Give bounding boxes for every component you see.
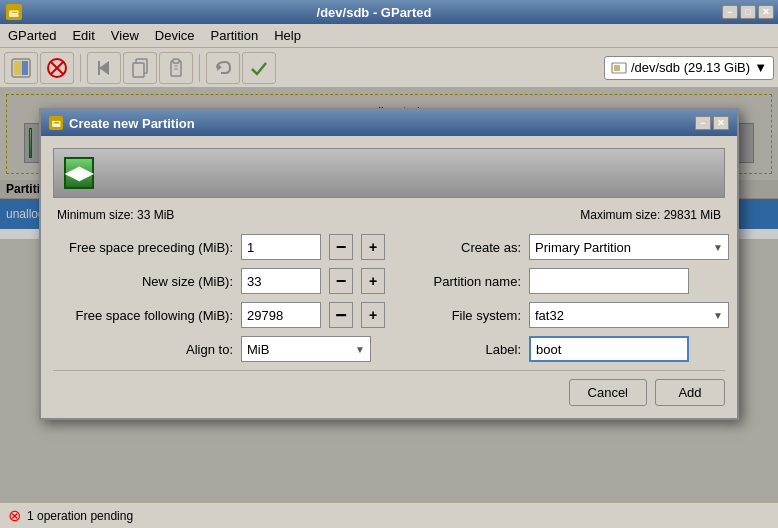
free-space-preceding-row: Free space preceding (MiB): − + xyxy=(53,234,385,260)
dialog-overlay: 🖴 Create new Partition − ✕ ◀▶ xyxy=(0,88,778,502)
app-icon: 🖴 xyxy=(6,4,22,20)
file-system-value: fat32 xyxy=(535,308,564,323)
free-space-preceding-input[interactable] xyxy=(241,234,321,260)
file-system-row: File system: fat32 ▼ xyxy=(401,302,729,328)
free-space-preceding-increment[interactable]: + xyxy=(361,234,385,260)
create-as-label: Create as: xyxy=(401,240,521,255)
dialog-body: ◀▶ Minimum size: 33 MiB Maximum size: 29… xyxy=(41,136,737,418)
toolbar-sep-1 xyxy=(80,54,81,82)
status-bar: ⊗ 1 operation pending xyxy=(0,502,778,528)
cancel-button[interactable]: Cancel xyxy=(569,379,647,406)
dialog-controls: − ✕ xyxy=(695,116,729,130)
align-to-label: Align to: xyxy=(53,342,233,357)
svg-marker-6 xyxy=(99,61,109,75)
paste-toolbar-btn[interactable] xyxy=(159,52,193,84)
size-info: Minimum size: 33 MiB Maximum size: 29831… xyxy=(53,208,725,222)
title-bar-controls: − □ ✕ xyxy=(722,5,778,19)
label-row: Label: xyxy=(401,336,729,362)
content-area: unallocated Partition Type Size unalloca… xyxy=(0,88,778,502)
left-form-col: Free space preceding (MiB): − + New size… xyxy=(53,234,385,362)
menu-edit[interactable]: Edit xyxy=(64,26,102,45)
svg-rect-9 xyxy=(133,63,144,77)
free-space-following-input[interactable] xyxy=(241,302,321,328)
menu-device[interactable]: Device xyxy=(147,26,203,45)
label-label: Label: xyxy=(401,342,521,357)
apply-toolbar-btn[interactable] xyxy=(242,52,276,84)
label-input[interactable] xyxy=(529,336,689,362)
status-error-icon: ⊗ xyxy=(8,506,21,525)
dialog-icon: 🖴 xyxy=(49,116,63,130)
menu-gparted[interactable]: GParted xyxy=(0,26,64,45)
undo-toolbar-btn[interactable] xyxy=(206,52,240,84)
new-size-row: New size (MiB): − + xyxy=(53,268,385,294)
status-text: 1 operation pending xyxy=(27,509,133,523)
close-button[interactable]: ✕ xyxy=(758,5,774,19)
toolbar: /dev/sdb (29.13 GiB) ▼ xyxy=(0,48,778,88)
dialog-footer: Cancel Add xyxy=(53,370,725,406)
free-space-following-label: Free space following (MiB): xyxy=(53,308,233,323)
new-partition-toolbar-btn[interactable] xyxy=(4,52,38,84)
maximize-button[interactable]: □ xyxy=(740,5,756,19)
create-as-row: Create as: Primary Partition ▼ xyxy=(401,234,729,260)
free-space-preceding-decrement[interactable]: − xyxy=(329,234,353,260)
align-to-row: Align to: MiB ▼ xyxy=(53,336,385,362)
title-bar-left: 🖴 xyxy=(0,4,26,20)
form-grid: Free space preceding (MiB): − + New size… xyxy=(53,234,725,362)
file-system-select[interactable]: fat32 ▼ xyxy=(529,302,729,328)
window-title: /dev/sdb - GParted xyxy=(26,5,722,20)
dialog-partition-visual: ◀▶ xyxy=(53,148,725,198)
align-to-arrow: ▼ xyxy=(355,344,365,355)
svg-rect-11 xyxy=(173,59,179,63)
file-system-label: File system: xyxy=(401,308,521,323)
partition-handle[interactable]: ◀▶ xyxy=(64,157,94,189)
partition-name-input[interactable] xyxy=(529,268,689,294)
create-as-value: Primary Partition xyxy=(535,240,631,255)
device-selector[interactable]: /dev/sdb (29.13 GiB) ▼ xyxy=(604,56,774,80)
align-to-select[interactable]: MiB ▼ xyxy=(241,336,371,362)
max-size-label: Maximum size: 29831 MiB xyxy=(580,208,721,222)
title-bar: 🖴 /dev/sdb - GParted − □ ✕ xyxy=(0,0,778,24)
create-partition-dialog: 🖴 Create new Partition − ✕ ◀▶ xyxy=(39,108,739,420)
svg-rect-1 xyxy=(14,61,22,75)
free-space-following-row: Free space following (MiB): − + xyxy=(53,302,385,328)
add-button[interactable]: Add xyxy=(655,379,725,406)
create-as-arrow: ▼ xyxy=(713,242,723,253)
menu-partition[interactable]: Partition xyxy=(203,26,267,45)
dialog-close-btn[interactable]: ✕ xyxy=(713,116,729,130)
prev-toolbar-btn[interactable] xyxy=(87,52,121,84)
minimize-button[interactable]: − xyxy=(722,5,738,19)
svg-rect-2 xyxy=(22,61,28,75)
new-size-decrement[interactable]: − xyxy=(329,268,353,294)
device-dropdown-arrow: ▼ xyxy=(754,60,767,75)
delete-toolbar-btn[interactable] xyxy=(40,52,74,84)
svg-rect-7 xyxy=(98,61,100,75)
partition-name-label: Partition name: xyxy=(401,274,521,289)
svg-marker-14 xyxy=(217,64,222,71)
menu-bar: GParted Edit View Device Partition Help xyxy=(0,24,778,48)
new-size-label: New size (MiB): xyxy=(53,274,233,289)
free-space-following-increment[interactable]: + xyxy=(361,302,385,328)
handle-arrows: ◀▶ xyxy=(65,162,93,184)
device-label: /dev/sdb (29.13 GiB) xyxy=(631,60,750,75)
min-size-label: Minimum size: 33 MiB xyxy=(57,208,174,222)
create-as-select[interactable]: Primary Partition ▼ xyxy=(529,234,729,260)
dialog-title-left: 🖴 Create new Partition xyxy=(49,116,195,131)
right-form-col: Create as: Primary Partition ▼ Partition… xyxy=(401,234,729,362)
new-size-increment[interactable]: + xyxy=(361,268,385,294)
menu-help[interactable]: Help xyxy=(266,26,309,45)
dialog-minimize-btn[interactable]: − xyxy=(695,116,711,130)
free-space-following-decrement[interactable]: − xyxy=(329,302,353,328)
partition-name-row: Partition name: xyxy=(401,268,729,294)
svg-rect-16 xyxy=(614,65,620,71)
toolbar-sep-2 xyxy=(199,54,200,82)
file-system-arrow: ▼ xyxy=(713,310,723,321)
main-window: 🖴 /dev/sdb - GParted − □ ✕ GParted Edit … xyxy=(0,0,778,528)
new-size-input[interactable] xyxy=(241,268,321,294)
dialog-title-bar: 🖴 Create new Partition − ✕ xyxy=(41,110,737,136)
align-to-value: MiB xyxy=(247,342,269,357)
copy-toolbar-btn[interactable] xyxy=(123,52,157,84)
dialog-title: Create new Partition xyxy=(69,116,195,131)
menu-view[interactable]: View xyxy=(103,26,147,45)
free-space-preceding-label: Free space preceding (MiB): xyxy=(53,240,233,255)
